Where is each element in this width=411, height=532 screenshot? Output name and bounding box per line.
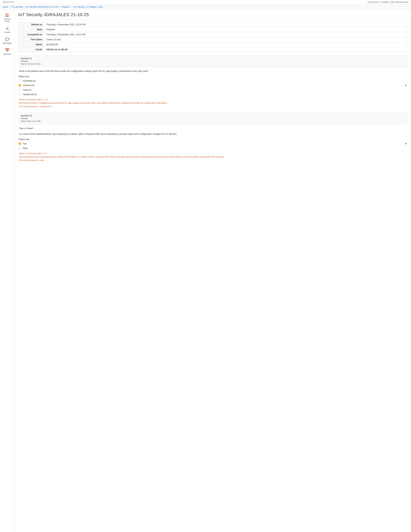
info-row-state: State Finished <box>19 27 407 32</box>
option-row-1-2[interactable]: myini.txt <box>18 88 407 91</box>
grades-icon: 🖨 <box>6 26 9 30</box>
started-on-label: Started on <box>19 22 44 27</box>
sidebar-item-messages[interactable]: 💬 Messages <box>0 35 14 46</box>
option-text-1-2: myini.txt <box>23 88 31 91</box>
questions-container: Question 1 Correct Mark 2.00 out of 2.00… <box>18 55 407 161</box>
home-icon: 🏠 <box>5 13 9 17</box>
page-title: IoT Security JGRAJALES 21-10-25 <box>18 12 407 19</box>
question-header-2: Question 2 Correct Mark 2.00 out of 2.00 <box>18 113 407 124</box>
breadcrumb-home[interactable]: Home <box>3 6 8 8</box>
radio-1-3 <box>18 93 21 96</box>
info-row-completed: Completed on Thursday, 4 November 2021, … <box>19 32 407 37</box>
option-row-1-0[interactable]: mysetting.txt <box>18 79 407 82</box>
feedback-topic-1: Refer to curriculum topic: 1.2.3 <box>19 98 406 101</box>
option-row-2-0[interactable]: true✔ <box>18 142 407 145</box>
radio-1-1 <box>18 84 21 87</box>
feedback-answer-2: The correct answer is: true <box>19 159 406 161</box>
info-row-marks: Marks 30.00/30.00 <box>19 42 407 47</box>
correct-check-1: ✔ <box>405 84 407 87</box>
feedback-2: Refer to curriculum topic: 1.2.1 Fog com… <box>18 152 407 162</box>
sidebar-label-course-home: CourseHome <box>4 18 10 22</box>
calendar-icon: 📅 <box>5 48 9 52</box>
option-text-1-0: mysetting.txt <box>23 79 36 82</box>
q-mark-2: Mark 2.00 out of 2.00 <box>21 120 405 122</box>
time-taken-label: Time taken <box>19 37 44 42</box>
feedback-text-1: During the process of configuring and wr… <box>19 101 406 105</box>
option-text-2-1: false <box>23 147 28 150</box>
q-mark-1: Mark 2.00 out of 2.00 <box>21 63 405 65</box>
q-status-1: Correct <box>21 60 405 62</box>
datetime: 4/11/21 22:21 <box>3 1 14 3</box>
info-row-grade: Grade 100.00 out of 100.00 <box>19 47 407 52</box>
state-value: Finished <box>44 27 407 32</box>
correct-check-2: ✔ <box>405 142 407 145</box>
started-on-value: Thursday, 4 November 2021, 10:16 PM <box>44 22 407 27</box>
question-intro-2: True or False? <box>18 127 407 130</box>
sidebar: 🏠 CourseHome 🖨 Grades 💬 Messages 📅 Calen… <box>0 10 15 532</box>
info-row-time: Time taken 5 mins 21 secs <box>19 37 407 42</box>
breadcrumb: Home / I'm Learning / IoT Security JGRAJ… <box>0 4 411 10</box>
feedback-topic-2: Refer to curriculum topic: 1.2.1 <box>19 152 406 155</box>
state-label: State <box>19 27 44 32</box>
radio-1-2 <box>18 88 21 91</box>
breadcrumb-im-learning[interactable]: I'm Learning <box>11 6 23 8</box>
option-text-1-1: chestnut.txt <box>23 84 35 86</box>
completed-on-value: Thursday, 4 November 2021, 10:21 PM <box>44 32 407 37</box>
radio-1-0 <box>18 79 21 82</box>
time-taken-value: 5 mins 21 secs <box>44 37 407 42</box>
radio-2-1 <box>18 147 21 150</box>
messages-icon: 💬 <box>5 37 9 41</box>
completed-on-label: Completed on <box>19 32 44 37</box>
breadcrumb-quiz[interactable]: IoT Security 1.1 Chapter 1 Quiz <box>74 6 103 8</box>
feedback-answer-1: The correct answer is: chestnut.txt <box>19 105 406 108</box>
q-num-2: Question 2 <box>21 114 405 117</box>
top-bar: 4/11/21 22:21 IoT Security 1.1 Chapter 1… <box>0 0 411 4</box>
info-row-started: Started on Thursday, 4 November 2021, 10… <box>19 22 407 27</box>
sidebar-label-calendar: Calendar <box>3 53 11 55</box>
breadcrumb-chapter[interactable]: Chapter 1 <box>61 6 71 8</box>
question-text-2: In a smart home implementation, fog comp… <box>18 132 407 136</box>
option-row-1-3[interactable]: rapsberry3.txt <box>18 93 407 96</box>
main-content: IoT Security JGRAJALES 21-10-25 Started … <box>15 10 411 532</box>
question-header-1: Question 1 Correct Mark 2.00 out of 2.00 <box>18 55 407 67</box>
marks-value: 30.00/30.00 <box>44 42 407 47</box>
sidebar-label-grades: Grades <box>4 31 10 33</box>
select-label-2: Select one: <box>18 138 407 141</box>
grade-label: Grade <box>19 47 44 52</box>
option-text-1-3: rapsberry3.txt <box>23 93 37 95</box>
option-row-1-1[interactable]: chestnut.txt✔ <box>18 84 407 87</box>
page-tab-title: IoT Security 1.1 Chapter 1 Quiz: Attempt… <box>368 1 408 3</box>
q-status-2: Correct <box>21 117 405 120</box>
q-num-1: Question 1 <box>21 57 405 60</box>
sidebar-item-grades[interactable]: 🖨 Grades <box>0 24 14 35</box>
option-row-2-1[interactable]: false <box>18 147 407 150</box>
layout: 🏠 CourseHome 🖨 Grades 💬 Messages 📅 Calen… <box>0 10 411 532</box>
breadcrumb-course[interactable]: IoT Security JGRAJALES 21-10-25 <box>26 6 58 8</box>
grade-value: 100.00 out of 100.00 <box>44 47 407 52</box>
question-block-1: Question 1 Correct Mark 2.00 out of 2.00… <box>18 55 407 108</box>
radio-2-0 <box>18 142 21 145</box>
sidebar-label-messages: Messages <box>3 42 12 44</box>
sidebar-item-course-home[interactable]: 🏠 CourseHome <box>0 11 14 24</box>
sidebar-item-calendar[interactable]: 📅 Calendar <box>0 46 14 57</box>
question-text-1: What is the default name of the file tha… <box>18 69 407 73</box>
marks-label: Marks <box>19 42 44 47</box>
feedback-text-2: Fog computing is the computing process i… <box>19 155 406 159</box>
question-block-2: Question 2 Correct Mark 2.00 out of 2.00… <box>18 113 407 162</box>
feedback-1: Refer to curriculum topic: 1.2.3 During … <box>18 98 407 108</box>
select-label-1: Select one: <box>18 75 407 78</box>
option-text-2-0: true <box>23 142 27 145</box>
info-table: Started on Thursday, 4 November 2021, 10… <box>18 22 407 52</box>
